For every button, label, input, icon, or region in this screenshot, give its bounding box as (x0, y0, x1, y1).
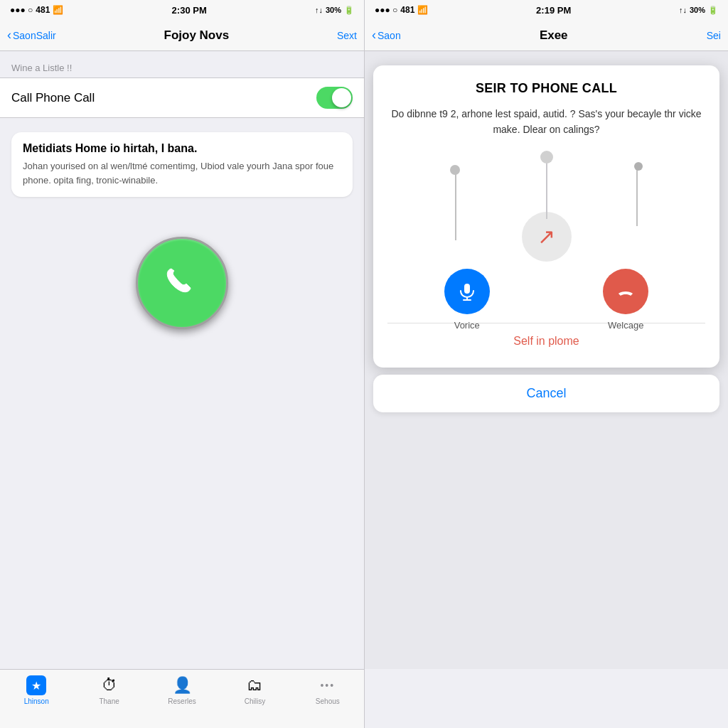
right-wifi-icon: 📶 (417, 5, 428, 15)
left-status-bar: ●●● ○ 481 📶 2:30 PM ↑↓ 30% 🔋 (0, 0, 364, 20)
end-call-icon (615, 281, 636, 302)
tab-chilisy-label: Chilisy (245, 697, 265, 705)
right-nav-bar: ‹ Saon Exee Sei (365, 20, 728, 51)
right-battery-icon: 🔋 (708, 6, 718, 15)
message-title: Metidiats Home io hirtah, I bana. (23, 142, 341, 155)
left-signal-dots: ●●● ○ (10, 5, 33, 15)
right-stem (636, 169, 638, 226)
decline-button-col: Welcage (603, 269, 648, 331)
right-chevron-icon: ‹ (372, 28, 376, 43)
phone-icon (161, 262, 203, 304)
modal-card: SEIR TO PHONE CALL Do dibnne t9 2, arhon… (373, 65, 719, 368)
left-battery-area: ↑↓ 30% 🔋 (315, 6, 354, 15)
left-dot (450, 165, 460, 175)
right-nav-title: Exee (540, 28, 568, 43)
decline-button[interactable] (603, 269, 648, 314)
message-bubble: Metidiats Home io hirtah, I bana. Johan … (11, 132, 353, 197)
left-phone-panel: ●●● ○ 481 📶 2:30 PM ↑↓ 30% 🔋 ‹ SaonSalir… (0, 0, 364, 728)
right-network-icon: ↑↓ (679, 6, 687, 14)
tab-reserles-label: Reserles (168, 697, 196, 705)
cancel-button[interactable]: Cancel (373, 375, 719, 412)
center-dot (540, 151, 553, 164)
right-signal-bars: 481 (400, 5, 414, 15)
call-button-container (0, 208, 364, 350)
modal-title: SEIR TO PHONE CALL (387, 81, 705, 96)
tab-reserles[interactable]: 👤 Reserles (146, 675, 218, 705)
left-section-header: Wine a Listle !! (0, 51, 364, 77)
right-back-button[interactable]: ‹ Saon (372, 28, 401, 43)
voice-button-col: Vorice (444, 269, 490, 331)
left-battery-icon: 🔋 (344, 6, 354, 15)
left-network-icon: ↑↓ (315, 6, 323, 14)
left-battery-text: 30% (326, 6, 341, 14)
right-back-label: Saon (378, 30, 401, 41)
left-chevron-icon: ‹ (7, 28, 11, 43)
left-back-label: SaonSalir (13, 30, 56, 41)
left-nav-action[interactable]: Sext (337, 30, 357, 41)
tab-lhinson-icon: ★ (26, 675, 46, 695)
svg-rect-0 (464, 284, 470, 294)
center-stem (546, 155, 547, 219)
share-icon-center: ↗ (522, 212, 572, 262)
left-time: 2:30 PM (172, 5, 207, 16)
modal-body: Do dibnne t9 2, arhone lest spaid, autid… (387, 106, 705, 138)
right-dot (634, 162, 643, 171)
call-options-visual: ↗ Vorice (387, 155, 705, 311)
right-nav-action[interactable]: Sei (707, 30, 721, 41)
message-body: Johan yourised on al wen/ltmé comentimg,… (23, 159, 341, 187)
tab-chilisy-icon: 🗂 (245, 675, 264, 695)
tab-lhinson[interactable]: ★ Lhinson (0, 675, 73, 705)
toggle-label: Call Phone Call (11, 91, 95, 105)
microphone-icon (456, 281, 478, 302)
tab-reserles-icon: 👤 (172, 675, 192, 695)
tab-lhinson-label: Lhinson (24, 697, 49, 705)
tab-sehous-icon: ••• (318, 675, 338, 695)
call-phone-call-toggle[interactable] (316, 87, 353, 109)
voice-button[interactable] (444, 269, 490, 314)
right-time: 2:19 PM (536, 5, 571, 16)
cancel-button-label: Cancel (526, 386, 566, 400)
voice-button-label: Vorice (454, 320, 480, 331)
tab-chilisy[interactable]: 🗂 Chilisy (218, 675, 291, 705)
call-button[interactable] (136, 237, 228, 329)
right-battery-area: ↑↓ 30% 🔋 (679, 6, 718, 15)
tab-thane-icon: ⏱ (100, 675, 119, 695)
left-tab-bar: ★ Lhinson ⏱ Thane 👤 Reserles 🗂 Chilisy •… (0, 669, 364, 728)
left-back-button[interactable]: ‹ SaonSalir (7, 28, 56, 43)
right-signal-dots: ●●● ○ (375, 5, 397, 15)
action-buttons-row: Vorice Welcage (387, 269, 705, 331)
share-arrow-icon: ↗ (537, 224, 555, 249)
decline-button-label: Welcage (608, 320, 643, 331)
tab-sehous-label: Sehous (316, 697, 340, 705)
right-foreground: SEIR TO PHONE CALL Do dibnne t9 2, arhon… (365, 51, 728, 412)
tab-thane-label: Thane (99, 697, 119, 705)
left-nav-bar: ‹ SaonSalir Fojoy Novs Sext (0, 20, 364, 51)
right-signal-area: ●●● ○ 481 📶 (375, 5, 428, 15)
right-phone-panel: ●●● ○ 481 📶 2:19 PM ↑↓ 30% 🔋 ‹ Saon Exee… (364, 0, 728, 728)
left-signal-bars: 481 (36, 5, 50, 15)
left-content: Wine a Listle !! Call Phone Call Metidia… (0, 51, 364, 669)
right-battery-text: 30% (690, 6, 705, 14)
left-wifi-icon: 📶 (53, 5, 63, 15)
right-status-bar: ●●● ○ 481 📶 2:19 PM ↑↓ 30% 🔋 (365, 0, 728, 20)
tab-sehous[interactable]: ••• Sehous (291, 675, 364, 705)
left-nav-title: Fojoy Novs (164, 28, 230, 43)
tab-thane[interactable]: ⏱ Thane (73, 675, 145, 705)
left-signal-area: ●●● ○ 481 📶 (10, 5, 63, 15)
left-stem (455, 169, 456, 240)
call-phone-call-row: Call Phone Call (0, 77, 364, 118)
